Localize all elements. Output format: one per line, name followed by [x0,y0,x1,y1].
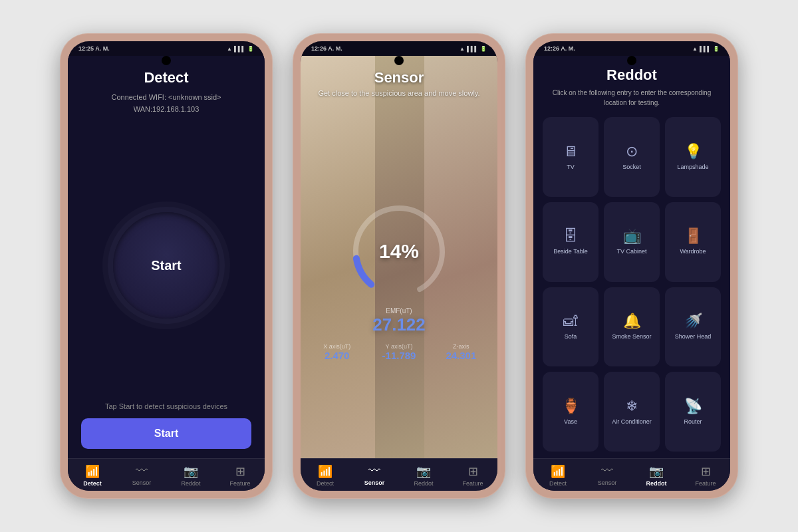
status-bar-detect: 12:25 A. M. ▲ ▌▌▌ 🔋 [68,41,265,56]
detect-wifi-info: Connected WIFI: <unknown ssid> WAN:192.1… [111,92,221,115]
feature-nav-label-r: Feature [695,480,716,487]
grid-item-wardrobe[interactable]: 🚪 Wardrobe [665,202,721,282]
nav-detect[interactable]: 📶 Detect [68,464,117,487]
signal-icon-sensor: ▌▌▌ [467,46,478,52]
grid-item-tv-cabinet[interactable]: 📺 TV Cabinet [604,202,660,282]
reddot-nav-icon-s: 📷 [416,464,431,479]
start-circle-button[interactable]: Start [113,212,219,319]
grid-item-air-conditioner[interactable]: ❄ Air Conditioner [604,372,660,452]
gauge-percent: 14% [379,240,419,263]
sofa-icon: 🛋 [563,313,578,330]
nav-sensor-r[interactable]: 〰 Sensor [583,464,632,487]
axis-y-label: Y axis(uT) [373,343,424,350]
detect-screen: 12:25 A. M. ▲ ▌▌▌ 🔋 Detect Connected WIF… [68,41,265,491]
axis-x-value: 2.470 [311,350,362,361]
socket-label: Socket [622,164,641,172]
battery-icon-sensor: 🔋 [480,46,487,52]
nav-feature-r[interactable]: ⊞ Feature [681,464,730,487]
reddot-nav-icon: 📷 [184,464,198,479]
sensor-nav-icon: 〰 [136,464,148,478]
wifi-icon: ▲ [227,46,232,52]
feature-nav-icon: ⊞ [235,464,245,479]
smoke-sensor-icon: 🔔 [623,313,641,330]
grid-item-smoke-sensor[interactable]: 🔔 Smoke Sensor [604,287,660,367]
socket-icon: ⊙ [626,143,638,160]
grid-item-tv[interactable]: 🖥 TV [543,117,598,197]
router-label: Router [684,418,702,426]
wifi-icon-sensor: ▲ [460,46,465,52]
nav-detect-r[interactable]: 📶 Detect [533,464,583,487]
feature-nav-icon-r: ⊞ [701,464,711,479]
detect-hint: Tap Start to detect suspicious devices [105,402,227,410]
detect-nav-label: Detect [83,480,102,487]
wifi-icon-reddot: ▲ [692,46,698,52]
status-icons-sensor: ▲ ▌▌▌ 🔋 [460,46,487,52]
detect-nav-icon: 📶 [85,464,100,479]
feature-nav-icon-s: ⊞ [468,464,478,479]
axis-y: Y axis(uT) -11.789 [373,343,424,361]
axis-x: X axis(uT) 2.470 [311,343,362,361]
signal-icon-reddot: ▌▌▌ [700,46,711,52]
nav-sensor[interactable]: 〰 Sensor [117,464,166,487]
emf-value: 27.122 [372,315,426,335]
nav-reddot[interactable]: 📷 Reddot [166,464,215,487]
sensor-main: Sensor Get close to the suspicious area … [301,56,497,458]
grid-item-beside-table[interactable]: 🗄 Beside Table [543,202,598,282]
router-icon: 📡 [684,398,702,415]
grid-item-vase[interactable]: 🏺 Vase [543,372,598,452]
grid-item-router[interactable]: 📡 Router [665,372,721,452]
status-icons: ▲ ▌▌▌ 🔋 [227,46,254,52]
grid-item-socket[interactable]: ⊙ Socket [604,117,660,197]
beside-table-label: Beside Table [553,248,587,256]
notch-sensor [394,56,404,65]
sensor-axes: X axis(uT) 2.470 Y axis(uT) -11.789 Z-ax… [311,343,487,361]
status-icons-reddot: ▲ ▌▌▌ 🔋 [692,46,720,52]
detect-main: Detect Connected WIFI: <unknown ssid> WA… [68,56,265,458]
sensor-nav-label-r: Sensor [598,479,617,486]
emf-label: EMF(uT) [386,307,412,315]
phone-reddot: 12:26 A. M. ▲ ▌▌▌ 🔋 Reddot Click on the … [525,33,738,499]
nav-sensor-s[interactable]: 〰 Sensor [350,464,399,487]
feature-nav-label: Feature [229,480,250,487]
reddot-nav-label: Reddot [181,480,200,487]
axis-z-label: Z-axis [436,343,487,350]
phone-sensor: 12:26 A. M. ▲ ▌▌▌ 🔋 Sensor Get close to … [293,33,505,499]
tv-icon: 🖥 [563,143,578,160]
shower-head-icon: 🚿 [684,313,702,330]
smoke-sensor-label: Smoke Sensor [612,333,651,341]
reddot-nav-label-r: Reddot [646,480,667,487]
feature-nav-label-s: Feature [462,480,483,487]
start-button[interactable]: Start [81,418,251,449]
nav-feature-s[interactable]: ⊞ Feature [448,464,497,487]
reddot-grid: 🖥 TV ⊙ Socket 💡 Lampshade 🗄 Beside Table [543,117,721,452]
axis-y-value: -11.789 [373,350,424,361]
nav-reddot-s[interactable]: 📷 Reddot [399,464,448,487]
axis-x-label: X axis(uT) [311,343,362,350]
air-conditioner-icon: ❄ [626,398,638,415]
vase-icon: 🏺 [562,398,580,415]
bottom-nav-detect: 📶 Detect 〰 Sensor 📷 Reddot ⊞ Feature [68,458,265,491]
grid-item-lampshade[interactable]: 💡 Lampshade [665,117,721,197]
tv-cabinet-label: TV Cabinet [616,248,646,256]
sofa-label: Sofa [565,333,577,341]
sensor-nav-label-s: Sensor [364,479,385,486]
lampshade-icon: 💡 [684,143,702,160]
axis-z: Z-axis 24.301 [436,343,487,361]
reddot-nav-label-s: Reddot [414,480,433,487]
bottom-nav-reddot: 📶 Detect 〰 Sensor 📷 Reddot ⊞ Feature [533,458,730,491]
axis-z-value: 24.301 [436,350,487,361]
beside-table-icon: 🗄 [563,227,578,245]
nav-feature[interactable]: ⊞ Feature [215,464,265,487]
sensor-title: Sensor [374,69,424,86]
grid-item-shower-head[interactable]: 🚿 Shower Head [665,287,721,367]
reddot-subtitle: Click on the following entry to enter th… [543,88,721,108]
detect-nav-icon-r: 📶 [551,464,565,479]
detect-circle-container: Start [81,128,251,402]
battery-icon-reddot: 🔋 [713,46,720,52]
reddot-screen-container: 12:26 A. M. ▲ ▌▌▌ 🔋 Reddot Click on the … [533,41,730,491]
bottom-nav-sensor: 📶 Detect 〰 Sensor 📷 Reddot ⊞ Feature [301,458,497,491]
notch-reddot [627,56,636,65]
nav-detect-s[interactable]: 📶 Detect [301,464,350,487]
grid-item-sofa[interactable]: 🛋 Sofa [543,287,598,367]
nav-reddot-r[interactable]: 📷 Reddot [632,464,681,487]
